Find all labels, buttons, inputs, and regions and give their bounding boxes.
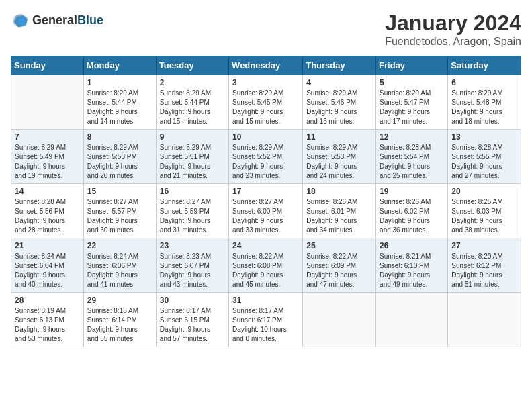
calendar-cell: 15Sunrise: 8:27 AM Sunset: 5:57 PM Dayli… — [83, 184, 156, 238]
day-of-week-header: Monday — [83, 56, 156, 75]
logo-text-general: General — [32, 13, 77, 27]
day-number: 25 — [306, 241, 372, 250]
day-info: Sunrise: 8:22 AM Sunset: 6:08 PM Dayligh… — [232, 252, 299, 289]
calendar-cell: 24Sunrise: 8:22 AM Sunset: 6:08 PM Dayli… — [229, 238, 303, 293]
day-info: Sunrise: 8:29 AM Sunset: 5:45 PM Dayligh… — [232, 89, 299, 126]
calendar-cell: 18Sunrise: 8:26 AM Sunset: 6:01 PM Dayli… — [303, 184, 376, 238]
calendar-cell: 29Sunrise: 8:18 AM Sunset: 6:14 PM Dayli… — [83, 293, 156, 347]
day-number: 19 — [380, 187, 444, 196]
calendar-cell: 6Sunrise: 8:29 AM Sunset: 5:48 PM Daylig… — [448, 75, 521, 130]
calendar-cell — [303, 293, 376, 347]
day-info: Sunrise: 8:20 AM Sunset: 6:12 PM Dayligh… — [451, 252, 517, 289]
calendar-body: 1Sunrise: 8:29 AM Sunset: 5:44 PM Daylig… — [11, 75, 521, 347]
logo-icon — [11, 11, 30, 30]
day-info: Sunrise: 8:26 AM Sunset: 6:02 PM Dayligh… — [380, 197, 444, 235]
day-of-week-header: Tuesday — [156, 56, 228, 75]
day-info: Sunrise: 8:29 AM Sunset: 5:49 PM Dayligh… — [15, 143, 80, 181]
calendar-cell: 12Sunrise: 8:28 AM Sunset: 5:54 PM Dayli… — [376, 130, 448, 184]
day-number: 14 — [15, 187, 80, 196]
day-info: Sunrise: 8:27 AM Sunset: 5:59 PM Dayligh… — [160, 197, 225, 235]
calendar-cell: 4Sunrise: 8:29 AM Sunset: 5:46 PM Daylig… — [303, 75, 376, 130]
day-number: 9 — [160, 132, 225, 142]
day-info: Sunrise: 8:28 AM Sunset: 5:56 PM Dayligh… — [15, 197, 80, 235]
calendar-week-row: 1Sunrise: 8:29 AM Sunset: 5:44 PM Daylig… — [11, 75, 521, 130]
day-info: Sunrise: 8:27 AM Sunset: 5:57 PM Dayligh… — [87, 197, 152, 235]
day-number: 21 — [15, 241, 80, 250]
day-of-week-header: Saturday — [448, 56, 521, 75]
day-number: 4 — [306, 78, 372, 87]
day-of-week-header: Friday — [376, 56, 448, 75]
calendar-cell: 25Sunrise: 8:22 AM Sunset: 6:09 PM Dayli… — [303, 238, 376, 293]
day-of-week-header: Wednesday — [229, 56, 303, 75]
day-number: 1 — [87, 78, 152, 87]
day-info: Sunrise: 8:29 AM Sunset: 5:48 PM Dayligh… — [451, 89, 517, 126]
day-number: 5 — [380, 78, 444, 87]
calendar-cell: 31Sunrise: 8:17 AM Sunset: 6:17 PM Dayli… — [229, 293, 303, 347]
day-info: Sunrise: 8:23 AM Sunset: 6:07 PM Dayligh… — [160, 252, 225, 289]
day-info: Sunrise: 8:29 AM Sunset: 5:52 PM Dayligh… — [232, 143, 299, 181]
calendar-cell: 26Sunrise: 8:21 AM Sunset: 6:10 PM Dayli… — [376, 238, 448, 293]
calendar-table: SundayMondayTuesdayWednesdayThursdayFrid… — [11, 56, 521, 347]
calendar-cell: 22Sunrise: 8:24 AM Sunset: 6:06 PM Dayli… — [83, 238, 156, 293]
day-number: 2 — [160, 78, 225, 87]
calendar-week-row: 14Sunrise: 8:28 AM Sunset: 5:56 PM Dayli… — [11, 184, 521, 238]
day-number: 17 — [232, 187, 299, 196]
calendar-cell: 30Sunrise: 8:17 AM Sunset: 6:15 PM Dayli… — [156, 293, 228, 347]
day-number: 30 — [160, 295, 225, 305]
day-number: 11 — [306, 132, 372, 142]
day-number: 12 — [380, 132, 444, 142]
day-number: 27 — [451, 241, 517, 250]
calendar-cell: 1Sunrise: 8:29 AM Sunset: 5:44 PM Daylig… — [83, 75, 156, 130]
sub-title: Fuendetodos, Aragon, Spain — [385, 36, 521, 48]
day-number: 29 — [87, 295, 152, 305]
day-number: 3 — [232, 78, 299, 87]
day-info: Sunrise: 8:24 AM Sunset: 6:06 PM Dayligh… — [87, 252, 152, 289]
calendar-cell: 16Sunrise: 8:27 AM Sunset: 5:59 PM Dayli… — [156, 184, 228, 238]
day-info: Sunrise: 8:29 AM Sunset: 5:47 PM Dayligh… — [380, 89, 444, 126]
day-info: Sunrise: 8:21 AM Sunset: 6:10 PM Dayligh… — [380, 252, 444, 289]
day-number: 18 — [306, 187, 372, 196]
day-info: Sunrise: 8:22 AM Sunset: 6:09 PM Dayligh… — [306, 252, 372, 289]
main-title: January 2024 — [385, 11, 521, 36]
day-info: Sunrise: 8:29 AM Sunset: 5:51 PM Dayligh… — [160, 143, 225, 181]
day-info: Sunrise: 8:25 AM Sunset: 6:03 PM Dayligh… — [451, 197, 517, 235]
day-info: Sunrise: 8:29 AM Sunset: 5:44 PM Dayligh… — [87, 89, 152, 126]
day-number: 28 — [15, 295, 80, 305]
day-info: Sunrise: 8:29 AM Sunset: 5:50 PM Dayligh… — [87, 143, 152, 181]
day-info: Sunrise: 8:29 AM Sunset: 5:44 PM Dayligh… — [160, 89, 225, 126]
calendar-cell: 5Sunrise: 8:29 AM Sunset: 5:47 PM Daylig… — [376, 75, 448, 130]
calendar-cell: 17Sunrise: 8:27 AM Sunset: 6:00 PM Dayli… — [229, 184, 303, 238]
day-info: Sunrise: 8:17 AM Sunset: 6:17 PM Dayligh… — [232, 306, 299, 344]
day-number: 31 — [232, 295, 299, 305]
calendar-cell: 28Sunrise: 8:19 AM Sunset: 6:13 PM Dayli… — [11, 293, 84, 347]
day-number: 15 — [87, 187, 152, 196]
day-number: 8 — [87, 132, 152, 142]
calendar-cell: 23Sunrise: 8:23 AM Sunset: 6:07 PM Dayli… — [156, 238, 228, 293]
day-number: 24 — [232, 241, 299, 250]
day-info: Sunrise: 8:24 AM Sunset: 6:04 PM Dayligh… — [15, 252, 80, 289]
calendar-week-row: 21Sunrise: 8:24 AM Sunset: 6:04 PM Dayli… — [11, 238, 521, 293]
day-number: 10 — [232, 132, 299, 142]
day-info: Sunrise: 8:28 AM Sunset: 5:54 PM Dayligh… — [380, 143, 444, 181]
calendar-cell — [448, 293, 521, 347]
title-area: January 2024 Fuendetodos, Aragon, Spain — [385, 11, 521, 48]
calendar-week-row: 7Sunrise: 8:29 AM Sunset: 5:49 PM Daylig… — [11, 130, 521, 184]
calendar-week-row: 28Sunrise: 8:19 AM Sunset: 6:13 PM Dayli… — [11, 293, 521, 347]
calendar-cell: 2Sunrise: 8:29 AM Sunset: 5:44 PM Daylig… — [156, 75, 228, 130]
calendar-cell: 27Sunrise: 8:20 AM Sunset: 6:12 PM Dayli… — [448, 238, 521, 293]
logo-text-blue: Blue — [77, 13, 103, 27]
day-info: Sunrise: 8:28 AM Sunset: 5:55 PM Dayligh… — [451, 143, 517, 181]
calendar-cell — [11, 75, 84, 130]
calendar-cell: 10Sunrise: 8:29 AM Sunset: 5:52 PM Dayli… — [229, 130, 303, 184]
calendar-cell: 7Sunrise: 8:29 AM Sunset: 5:49 PM Daylig… — [11, 130, 84, 184]
day-of-week-header: Thursday — [303, 56, 376, 75]
day-info: Sunrise: 8:29 AM Sunset: 5:53 PM Dayligh… — [306, 143, 372, 181]
calendar-cell — [376, 293, 448, 347]
day-number: 20 — [451, 187, 517, 196]
day-number: 16 — [160, 187, 225, 196]
day-number: 22 — [87, 241, 152, 250]
calendar-cell: 21Sunrise: 8:24 AM Sunset: 6:04 PM Dayli… — [11, 238, 84, 293]
calendar-cell: 13Sunrise: 8:28 AM Sunset: 5:55 PM Dayli… — [448, 130, 521, 184]
header: GeneralBlue January 2024 Fuendetodos, Ar… — [11, 11, 521, 48]
logo: GeneralBlue — [11, 11, 103, 30]
